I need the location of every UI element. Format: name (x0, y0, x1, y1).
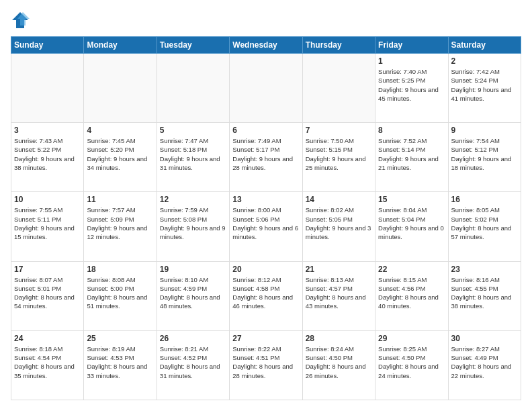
calendar-day-cell (230, 54, 302, 123)
logo (11, 11, 32, 30)
day-info: Sunrise: 8:19 AM Sunset: 4:53 PM Dayligh… (87, 345, 153, 380)
calendar-day-cell: 21Sunrise: 8:13 AM Sunset: 4:57 PM Dayli… (302, 261, 375, 330)
calendar-day-cell: 12Sunrise: 7:59 AM Sunset: 5:08 PM Dayli… (157, 192, 229, 261)
day-number: 7 (306, 126, 372, 135)
day-info: Sunrise: 8:13 AM Sunset: 4:57 PM Dayligh… (306, 275, 372, 311)
page: SundayMondayTuesdayWednesdayThursdayFrid… (0, 0, 532, 411)
calendar-day-cell: 6Sunrise: 7:49 AM Sunset: 5:17 PM Daylig… (230, 123, 302, 192)
calendar-day-cell: 26Sunrise: 8:21 AM Sunset: 4:52 PM Dayli… (157, 330, 229, 400)
day-number: 11 (87, 195, 153, 204)
day-info: Sunrise: 8:27 AM Sunset: 4:49 PM Dayligh… (451, 345, 518, 380)
calendar-day-cell: 1Sunrise: 7:40 AM Sunset: 5:25 PM Daylig… (375, 54, 448, 123)
day-info: Sunrise: 8:16 AM Sunset: 4:55 PM Dayligh… (451, 275, 518, 311)
calendar-day-cell: 25Sunrise: 8:19 AM Sunset: 4:53 PM Dayli… (84, 330, 157, 400)
day-info: Sunrise: 7:59 AM Sunset: 5:08 PM Dayligh… (160, 205, 226, 241)
day-number: 1 (378, 56, 445, 66)
day-info: Sunrise: 8:08 AM Sunset: 5:00 PM Dayligh… (87, 275, 153, 311)
calendar-day-cell: 13Sunrise: 8:00 AM Sunset: 5:06 PM Dayli… (230, 192, 302, 261)
calendar-day-header: Sunday (11, 37, 84, 54)
day-info: Sunrise: 8:22 AM Sunset: 4:51 PM Dayligh… (232, 345, 299, 380)
day-number: 28 (306, 334, 372, 343)
calendar-day-cell: 16Sunrise: 8:05 AM Sunset: 5:02 PM Dayli… (448, 192, 521, 261)
day-info: Sunrise: 7:42 AM Sunset: 5:24 PM Dayligh… (451, 67, 518, 103)
day-number: 8 (378, 126, 445, 135)
calendar-day-cell: 7Sunrise: 7:50 AM Sunset: 5:15 PM Daylig… (302, 123, 375, 192)
logo-icon (11, 11, 30, 30)
day-number: 14 (306, 195, 372, 204)
calendar-day-cell (11, 54, 84, 123)
calendar-week-row: 10Sunrise: 7:55 AM Sunset: 5:11 PM Dayli… (11, 192, 521, 261)
calendar: SundayMondayTuesdayWednesdayThursdayFrid… (11, 36, 521, 400)
day-number: 17 (14, 265, 81, 274)
day-number: 3 (14, 126, 81, 135)
calendar-day-cell: 19Sunrise: 8:10 AM Sunset: 4:59 PM Dayli… (157, 261, 229, 330)
day-info: Sunrise: 8:24 AM Sunset: 4:50 PM Dayligh… (306, 345, 372, 380)
calendar-day-cell: 23Sunrise: 8:16 AM Sunset: 4:55 PM Dayli… (448, 261, 521, 330)
calendar-day-cell: 17Sunrise: 8:07 AM Sunset: 5:01 PM Dayli… (11, 261, 84, 330)
day-info: Sunrise: 8:21 AM Sunset: 4:52 PM Dayligh… (160, 345, 226, 380)
calendar-day-header: Wednesday (230, 37, 302, 54)
day-number: 13 (232, 195, 299, 204)
day-number: 12 (160, 195, 226, 204)
day-info: Sunrise: 7:50 AM Sunset: 5:15 PM Dayligh… (306, 136, 372, 172)
day-number: 22 (378, 265, 445, 274)
day-number: 5 (160, 126, 226, 135)
calendar-day-cell (302, 54, 375, 123)
day-number: 25 (87, 334, 153, 343)
calendar-day-header: Thursday (302, 37, 375, 54)
day-info: Sunrise: 8:18 AM Sunset: 4:54 PM Dayligh… (14, 345, 81, 380)
calendar-day-cell: 14Sunrise: 8:02 AM Sunset: 5:05 PM Dayli… (302, 192, 375, 261)
calendar-day-cell (157, 54, 229, 123)
day-info: Sunrise: 8:02 AM Sunset: 5:05 PM Dayligh… (306, 205, 372, 241)
day-info: Sunrise: 8:05 AM Sunset: 5:02 PM Dayligh… (451, 205, 518, 241)
calendar-week-row: 1Sunrise: 7:40 AM Sunset: 5:25 PM Daylig… (11, 54, 521, 123)
day-number: 10 (14, 195, 81, 204)
day-number: 2 (451, 56, 518, 66)
calendar-day-cell: 20Sunrise: 8:12 AM Sunset: 4:58 PM Dayli… (230, 261, 302, 330)
day-number: 30 (451, 334, 518, 343)
calendar-day-cell: 8Sunrise: 7:52 AM Sunset: 5:14 PM Daylig… (375, 123, 448, 192)
day-info: Sunrise: 8:25 AM Sunset: 4:50 PM Dayligh… (378, 345, 445, 380)
day-info: Sunrise: 7:43 AM Sunset: 5:22 PM Dayligh… (14, 136, 81, 172)
calendar-day-cell: 27Sunrise: 8:22 AM Sunset: 4:51 PM Dayli… (230, 330, 302, 400)
calendar-day-header: Tuesday (157, 37, 229, 54)
day-number: 27 (232, 334, 299, 343)
day-info: Sunrise: 7:45 AM Sunset: 5:20 PM Dayligh… (87, 136, 153, 172)
calendar-day-cell: 30Sunrise: 8:27 AM Sunset: 4:49 PM Dayli… (448, 330, 521, 400)
day-number: 19 (160, 265, 226, 274)
calendar-day-cell: 9Sunrise: 7:54 AM Sunset: 5:12 PM Daylig… (448, 123, 521, 192)
calendar-day-cell: 4Sunrise: 7:45 AM Sunset: 5:20 PM Daylig… (84, 123, 157, 192)
day-info: Sunrise: 7:47 AM Sunset: 5:18 PM Dayligh… (160, 136, 226, 172)
day-info: Sunrise: 8:00 AM Sunset: 5:06 PM Dayligh… (232, 205, 299, 241)
day-info: Sunrise: 8:10 AM Sunset: 4:59 PM Dayligh… (160, 275, 226, 311)
day-info: Sunrise: 7:40 AM Sunset: 5:25 PM Dayligh… (378, 67, 445, 103)
day-info: Sunrise: 8:04 AM Sunset: 5:04 PM Dayligh… (378, 205, 445, 241)
calendar-week-row: 3Sunrise: 7:43 AM Sunset: 5:22 PM Daylig… (11, 123, 521, 192)
day-number: 26 (160, 334, 226, 343)
calendar-day-cell: 24Sunrise: 8:18 AM Sunset: 4:54 PM Dayli… (11, 330, 84, 400)
day-number: 20 (232, 265, 299, 274)
day-number: 9 (451, 126, 518, 135)
day-info: Sunrise: 7:49 AM Sunset: 5:17 PM Dayligh… (232, 136, 299, 172)
calendar-week-row: 17Sunrise: 8:07 AM Sunset: 5:01 PM Dayli… (11, 261, 521, 330)
calendar-day-header: Monday (84, 37, 157, 54)
day-info: Sunrise: 8:15 AM Sunset: 4:56 PM Dayligh… (378, 275, 445, 311)
day-number: 15 (378, 195, 445, 204)
day-number: 29 (378, 334, 445, 343)
calendar-day-cell: 2Sunrise: 7:42 AM Sunset: 5:24 PM Daylig… (448, 54, 521, 123)
day-number: 18 (87, 265, 153, 274)
calendar-header-row: SundayMondayTuesdayWednesdayThursdayFrid… (11, 37, 521, 54)
calendar-day-cell: 5Sunrise: 7:47 AM Sunset: 5:18 PM Daylig… (157, 123, 229, 192)
calendar-week-row: 24Sunrise: 8:18 AM Sunset: 4:54 PM Dayli… (11, 330, 521, 400)
calendar-day-cell: 3Sunrise: 7:43 AM Sunset: 5:22 PM Daylig… (11, 123, 84, 192)
day-info: Sunrise: 8:07 AM Sunset: 5:01 PM Dayligh… (14, 275, 81, 311)
calendar-day-cell: 22Sunrise: 8:15 AM Sunset: 4:56 PM Dayli… (375, 261, 448, 330)
day-number: 16 (451, 195, 518, 204)
calendar-day-cell: 18Sunrise: 8:08 AM Sunset: 5:00 PM Dayli… (84, 261, 157, 330)
header (11, 11, 521, 30)
day-number: 4 (87, 126, 153, 135)
day-number: 23 (451, 265, 518, 274)
day-info: Sunrise: 7:57 AM Sunset: 5:09 PM Dayligh… (87, 205, 153, 241)
calendar-day-cell (84, 54, 157, 123)
calendar-day-cell: 11Sunrise: 7:57 AM Sunset: 5:09 PM Dayli… (84, 192, 157, 261)
